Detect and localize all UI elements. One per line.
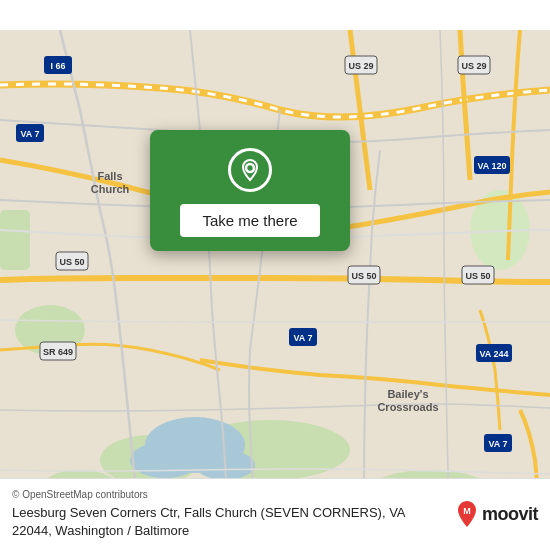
svg-text:Bailey's: Bailey's <box>387 388 428 400</box>
osm-credit-text: © OpenStreetMap contributors <box>12 489 148 500</box>
map-container: I 66 US 29 US 29 VA 7 VA 120 US 50 US 50… <box>0 0 550 550</box>
svg-text:M: M <box>463 506 471 516</box>
svg-text:VA 7: VA 7 <box>20 129 39 139</box>
svg-text:VA 7: VA 7 <box>488 439 507 449</box>
svg-text:I 66: I 66 <box>50 61 65 71</box>
map-svg: I 66 US 29 US 29 VA 7 VA 120 US 50 US 50… <box>0 0 550 550</box>
svg-rect-7 <box>0 210 30 270</box>
svg-text:VA 120: VA 120 <box>477 161 506 171</box>
moovit-logo-text: moovit <box>482 504 538 525</box>
moovit-logo-icon: M <box>456 500 478 528</box>
popup-pin <box>228 148 272 192</box>
osm-credit: © OpenStreetMap contributors <box>12 489 446 500</box>
svg-text:Crossroads: Crossroads <box>377 401 438 413</box>
location-name: Leesburg Seven Corners Ctr, Falls Church… <box>12 504 446 540</box>
svg-text:US 29: US 29 <box>348 61 373 71</box>
svg-text:US 50: US 50 <box>59 257 84 267</box>
svg-text:Church: Church <box>91 183 130 195</box>
take-me-there-button[interactable]: Take me there <box>180 204 319 237</box>
svg-text:Falls: Falls <box>97 170 122 182</box>
svg-text:SR 649: SR 649 <box>43 347 73 357</box>
bottom-bar-left: © OpenStreetMap contributors Leesburg Se… <box>12 489 446 540</box>
moovit-logo: M moovit <box>456 500 538 528</box>
svg-text:US 50: US 50 <box>465 271 490 281</box>
svg-text:US 29: US 29 <box>461 61 486 71</box>
svg-point-9 <box>130 442 200 478</box>
bottom-bar: © OpenStreetMap contributors Leesburg Se… <box>0 478 550 550</box>
location-pin-icon <box>238 158 262 182</box>
popup-card: Take me there <box>150 130 350 251</box>
svg-text:VA 244: VA 244 <box>479 349 508 359</box>
svg-point-39 <box>246 164 254 172</box>
svg-text:US 50: US 50 <box>351 271 376 281</box>
svg-text:VA 7: VA 7 <box>293 333 312 343</box>
